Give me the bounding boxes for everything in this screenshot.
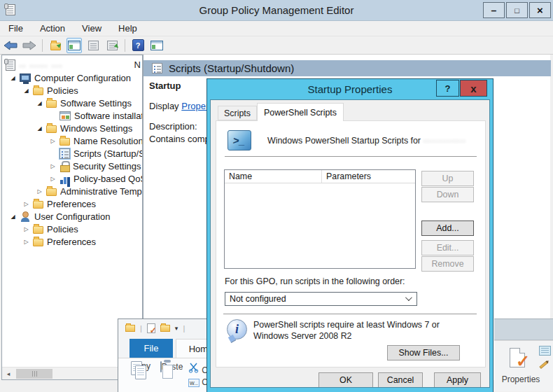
info-icon: i <box>227 319 247 340</box>
column-parameters[interactable]: Parameters <box>322 170 415 183</box>
dialog-help-button[interactable]: ? <box>436 80 459 97</box>
tree-item-policy-based-qos[interactable]: ▷ Policy-based QoS <box>2 172 142 185</box>
new-window-icon <box>150 41 163 50</box>
properties-toolbar-button[interactable] <box>85 38 101 53</box>
tree-item-software-settings[interactable]: ◢ Software Settings <box>2 97 142 109</box>
collapse-icon[interactable]: ◢ <box>33 100 46 106</box>
show-files-button[interactable]: Show Files... <box>387 345 460 360</box>
description-label: Description: <box>149 121 197 132</box>
expand-icon[interactable]: ▷ <box>46 138 59 144</box>
copy-path-button[interactable]: W... C <box>188 377 208 387</box>
tree-item-scripts-startup-shutdown[interactable]: Scripts (Startup/S <box>2 147 142 160</box>
description-text: Contains compu <box>149 134 215 144</box>
apply-button[interactable]: Apply <box>434 372 481 388</box>
explorer-fragment-right: Properties <box>494 318 553 392</box>
tree-item-name-resolution[interactable]: ▷ Name Resolution <box>2 134 142 147</box>
menu-file[interactable]: File <box>0 23 31 34</box>
redacted-gpo-name: ············ <box>423 136 466 146</box>
help-icon: ? <box>132 39 144 51</box>
scrollbar-left-arrow[interactable]: ◂ <box>2 368 15 380</box>
edit-button[interactable]: Edit... <box>421 240 474 255</box>
minimize-button[interactable]: – <box>483 2 505 18</box>
down-button[interactable]: Down <box>421 187 474 202</box>
scrollbar-thumb[interactable] <box>16 369 52 379</box>
folder-up-icon <box>50 43 61 50</box>
tree-item-user-configuration[interactable]: ◢ User Configuration <box>2 210 142 223</box>
forward-button[interactable] <box>22 38 37 53</box>
column-name[interactable]: Name <box>225 170 322 183</box>
tree-item-user-policies[interactable]: ▷ Policies <box>2 223 142 235</box>
tab-scripts[interactable]: Scripts <box>218 106 257 120</box>
pencil-edit-icon[interactable] <box>539 360 548 369</box>
paste-button[interactable]: Paste <box>159 361 184 372</box>
export-list-button[interactable] <box>104 38 120 53</box>
back-button[interactable] <box>3 38 18 53</box>
lock-icon <box>59 161 69 172</box>
dialog-close-button[interactable]: x <box>460 80 487 97</box>
close-icon: x <box>470 83 476 94</box>
collapse-icon[interactable]: ◢ <box>6 214 20 220</box>
scripts-list[interactable]: Name Parameters <box>224 169 416 269</box>
expand-icon[interactable]: ▷ <box>20 226 33 232</box>
expand-icon[interactable]: ▷ <box>20 201 33 207</box>
collapse-icon[interactable]: ◢ <box>6 75 20 81</box>
tree-item-user-preferences[interactable]: ▷ Preferences <box>2 235 142 248</box>
chevron-down-icon[interactable]: ▾ <box>175 325 178 332</box>
window-controls: – □ × <box>483 2 551 18</box>
run-order-dropdown[interactable]: Not configured <box>225 292 417 306</box>
maximize-button[interactable]: □ <box>506 2 528 18</box>
new-window-button[interactable] <box>149 38 164 53</box>
tab-powershell-scripts[interactable]: PowerShell Scripts <box>257 103 344 121</box>
up-button[interactable]: Up <box>421 171 474 186</box>
folder-icon[interactable] <box>160 325 170 332</box>
properties-check-icon[interactable] <box>147 323 155 333</box>
expand-icon[interactable]: ▷ <box>33 188 46 195</box>
folder-icon <box>33 226 43 234</box>
copy-button[interactable]: Copy <box>128 361 153 371</box>
close-button[interactable]: × <box>529 2 551 18</box>
explorer-band <box>494 318 553 340</box>
gpme-titlebar: Group Policy Management Editor – □ × <box>0 0 553 21</box>
tree-item-windows-settings[interactable]: ◢ Windows Settings <box>2 122 142 134</box>
expand-icon[interactable]: ▷ <box>20 239 33 245</box>
add-button[interactable]: Add... <box>421 220 474 236</box>
properties-icon[interactable] <box>510 348 525 368</box>
folder-icon <box>33 201 43 209</box>
tree-item-policies[interactable]: ◢ Policies <box>2 84 142 97</box>
menu-view[interactable]: View <box>74 23 110 34</box>
tree-item-security-settings[interactable]: ▷ Security Settings <box>2 160 142 172</box>
scripts-icon <box>59 148 70 159</box>
results-header-title: Scripts (Startup/Shutdown) <box>169 62 294 74</box>
divider <box>225 156 477 157</box>
up-one-level-button[interactable] <box>48 38 63 53</box>
notepad-icon[interactable] <box>539 346 551 356</box>
tree-item-computer-configuration[interactable]: ◢ Computer Configuration <box>2 71 142 84</box>
menu-action[interactable]: Action <box>31 23 74 34</box>
collapse-icon[interactable]: ◢ <box>33 125 46 132</box>
tree-item-administrative-templates[interactable]: ▷ Administrative Temp <box>2 185 142 197</box>
ok-button[interactable]: OK <box>318 372 373 388</box>
show-console-tree-button[interactable] <box>66 38 82 53</box>
clipped-text-fragment: N <box>134 59 141 70</box>
tree-item-software-installation[interactable]: Software installat <box>2 109 142 122</box>
cut-button[interactable]: C <box>188 363 208 375</box>
dropdown-value: Not configured <box>230 294 286 304</box>
scissors-icon <box>188 363 200 373</box>
folder-icon <box>46 188 57 196</box>
collapse-icon[interactable]: ◢ <box>20 88 33 94</box>
divider <box>223 314 477 314</box>
run-order-label: For this GPO, run scripts in the followi… <box>225 276 405 286</box>
toolbar-divider <box>125 39 125 52</box>
remove-button[interactable]: Remove <box>421 256 474 272</box>
tree-item-gpo-root[interactable]: ·· ····· ··· <box>2 59 142 71</box>
expand-icon[interactable]: ▷ <box>46 176 59 182</box>
tab-file[interactable]: File <box>130 339 173 358</box>
help-toolbar-button[interactable]: ? <box>130 38 146 53</box>
menu-help[interactable]: Help <box>110 23 146 34</box>
folder-icon[interactable] <box>125 325 135 332</box>
expand-icon[interactable]: ▷ <box>46 163 59 169</box>
cancel-button[interactable]: Cancel <box>378 372 423 388</box>
bar-chart-icon <box>59 174 70 184</box>
powershell-icon: >_ <box>227 130 251 150</box>
tree-item-preferences[interactable]: ▷ Preferences <box>2 197 142 210</box>
